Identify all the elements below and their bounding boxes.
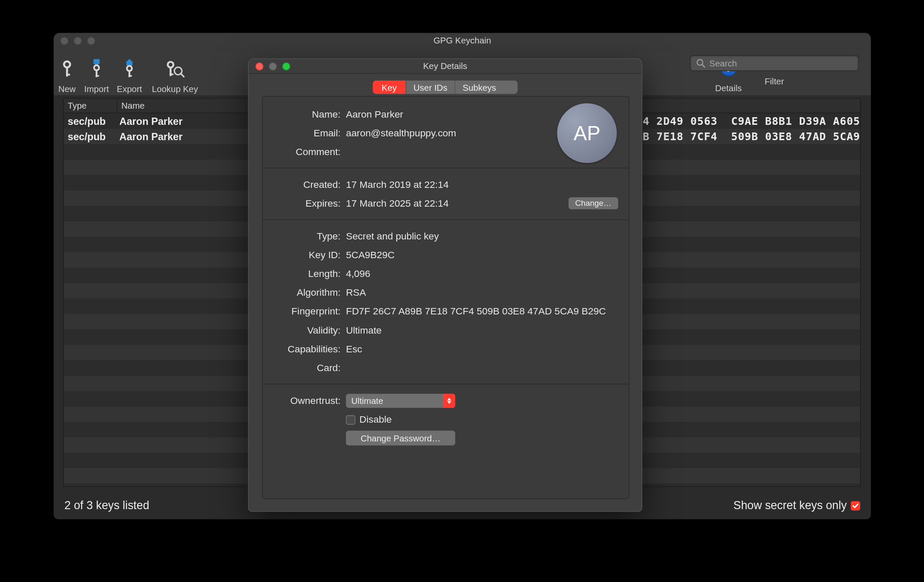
select-arrows-icon <box>443 393 455 407</box>
svg-point-17 <box>169 63 172 66</box>
show-secret-checkbox[interactable] <box>851 501 860 510</box>
key-icon <box>60 56 75 82</box>
check-icon <box>852 502 859 509</box>
change-password-button[interactable]: Change Password… <box>346 431 455 446</box>
key-panel: AP Name:Aaron Parker Email:aaron@stealth… <box>262 96 630 499</box>
dialog-traffic-lights[interactable] <box>255 62 290 70</box>
svg-line-23 <box>702 64 705 67</box>
tab-segment: Key User IDs Subkeys <box>373 81 517 94</box>
avatar[interactable]: AP <box>557 103 617 163</box>
svg-point-1 <box>65 62 69 66</box>
value-created: 17 March 2019 at 22:14 <box>346 179 618 190</box>
show-secret-label: Show secret keys only <box>733 499 847 512</box>
value-validity: Ultimate <box>346 325 618 335</box>
tab-subkeys[interactable]: Subkeys <box>455 81 503 94</box>
svg-point-7 <box>95 66 98 69</box>
disable-label: Disable <box>359 414 392 424</box>
change-expiry-button[interactable]: Change… <box>568 197 618 209</box>
tab-key[interactable]: Key <box>373 81 405 94</box>
window-title: GPG Keychain <box>54 33 871 48</box>
search-input[interactable] <box>709 58 844 68</box>
svg-point-13 <box>128 67 131 70</box>
value-algorithm: RSA <box>346 287 618 298</box>
key-export-icon <box>122 56 137 82</box>
value-length: 4,096 <box>346 268 618 279</box>
dialog-zoom[interactable] <box>282 62 290 70</box>
svg-line-21 <box>181 74 184 77</box>
svg-marker-10 <box>125 59 133 63</box>
dialog-title: Key Details <box>249 59 642 74</box>
search-field[interactable] <box>690 55 859 71</box>
disable-checkbox[interactable] <box>346 415 355 425</box>
ownertrust-select[interactable]: Ultimate <box>346 393 455 407</box>
svg-rect-19 <box>169 74 173 75</box>
value-expires: 17 March 2025 at 22:14 <box>346 198 448 208</box>
svg-rect-9 <box>96 75 99 76</box>
filter-label: Filter <box>690 76 859 86</box>
dialog-titlebar[interactable]: Key Details <box>249 59 642 74</box>
key-details-dialog: Key Details Key User IDs Subkeys AP Name… <box>248 58 643 512</box>
svg-rect-4 <box>94 59 100 63</box>
svg-rect-15 <box>129 75 132 76</box>
value-capabilities: Esc <box>346 343 618 354</box>
col-type[interactable]: Type <box>64 98 118 112</box>
dialog-minimize[interactable] <box>269 62 277 70</box>
toolbar-filter-block: Filter <box>690 48 869 86</box>
dialog-close[interactable] <box>255 62 264 70</box>
status-text: 2 of 3 keys listed <box>64 499 149 512</box>
value-type: Secret and public key <box>346 231 618 242</box>
value-keyid: 5CA9B29C <box>346 250 618 260</box>
toolbar-export[interactable]: Export <box>113 56 146 95</box>
toolbar-import[interactable]: Import <box>80 56 113 95</box>
key-lookup-icon <box>164 56 186 82</box>
toolbar-lookup[interactable]: Lookup Key <box>146 56 204 95</box>
toolbar-new[interactable]: New <box>54 56 80 95</box>
svg-rect-3 <box>66 74 70 75</box>
search-icon <box>696 58 705 68</box>
key-import-icon <box>89 56 104 82</box>
value-fingerprint: FD7F 26C7 A89B 7E18 7CF4 509B 03E8 47AD … <box>346 306 618 317</box>
tab-userids[interactable]: User IDs <box>406 81 454 94</box>
main-titlebar[interactable]: GPG Keychain <box>54 33 871 48</box>
